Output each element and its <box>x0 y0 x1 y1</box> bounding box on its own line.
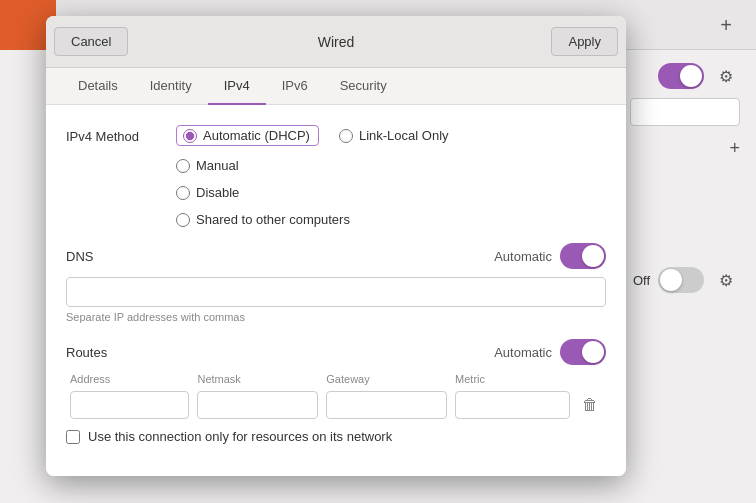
bg-add-second-button[interactable]: + <box>729 138 740 159</box>
tab-details[interactable]: Details <box>62 68 134 105</box>
routes-automatic-toggle[interactable] <box>560 339 606 365</box>
netmask-input[interactable] <box>197 391 318 419</box>
dns-section: DNS Automatic Separate IP addresses with… <box>66 243 606 323</box>
dialog-header: Cancel Wired Apply <box>46 16 626 68</box>
apply-button[interactable]: Apply <box>551 27 618 56</box>
bg-empty-field <box>630 98 740 126</box>
radio-disable[interactable]: Disable <box>176 185 239 200</box>
bg-off-toggle[interactable] <box>658 267 704 293</box>
tab-ipv4[interactable]: IPv4 <box>208 68 266 105</box>
tab-ipv6[interactable]: IPv6 <box>266 68 324 105</box>
dns-hint: Separate IP addresses with commas <box>66 311 606 323</box>
dns-input[interactable] <box>66 277 606 307</box>
connection-only-row[interactable]: Use this connection only for resources o… <box>66 429 606 444</box>
routes-automatic-label: Automatic <box>494 345 552 360</box>
gateway-input[interactable] <box>326 391 447 419</box>
radio-manual-label: Manual <box>196 158 239 173</box>
metric-input[interactable] <box>455 391 570 419</box>
radio-automatic-input[interactable] <box>183 129 197 143</box>
col-metric: Metric <box>451 373 574 389</box>
delete-icon: 🗑 <box>582 396 598 414</box>
col-netmask: Netmask <box>193 373 322 389</box>
cancel-button[interactable]: Cancel <box>54 27 128 56</box>
bg-wired-toggle[interactable] <box>658 63 704 89</box>
bg-off-controls: Off ⚙ <box>633 266 740 294</box>
bg-wired-controls: ⚙ <box>658 62 740 90</box>
radio-automatic-label: Automatic (DHCP) <box>203 128 310 143</box>
address-input[interactable] <box>70 391 189 419</box>
col-gateway: Gateway <box>322 373 451 389</box>
bg-off-gear-button[interactable]: ⚙ <box>712 266 740 294</box>
bg-add-button[interactable]: + <box>712 11 740 39</box>
dialog-body: IPv4 Method Automatic (DHCP) Link-Local … <box>46 105 626 476</box>
routes-table: Address Netmask Gateway Metric <box>66 373 606 421</box>
routes-right-controls: Automatic <box>494 339 606 365</box>
dialog-tabs: Details Identity IPv4 IPv6 Security <box>46 68 626 105</box>
radio-link-local-label: Link-Local Only <box>359 128 449 143</box>
ipv4-method-label: IPv4 Method <box>66 125 176 144</box>
col-address: Address <box>66 373 193 389</box>
routes-section: Routes Automatic Address Netmask Gateway… <box>66 339 606 444</box>
tab-identity[interactable]: Identity <box>134 68 208 105</box>
ipv4-method-section: IPv4 Method Automatic (DHCP) Link-Local … <box>66 125 606 227</box>
toggle-knob <box>680 65 702 87</box>
wired-dialog: Cancel Wired Apply Details Identity IPv4… <box>46 16 626 476</box>
dns-automatic-label: Automatic <box>494 249 552 264</box>
radio-link-local-input[interactable] <box>339 129 353 143</box>
ipv4-method-options: Automatic (DHCP) Link-Local Only Manual … <box>176 125 606 227</box>
routes-toggle-knob <box>582 341 604 363</box>
radio-link-local[interactable]: Link-Local Only <box>339 125 449 146</box>
connection-only-checkbox[interactable] <box>66 430 80 444</box>
bg-off-label: Off <box>633 273 650 288</box>
radio-shared-input[interactable] <box>176 213 190 227</box>
radio-manual-input[interactable] <box>176 159 190 173</box>
dialog-title: Wired <box>318 34 355 50</box>
radio-manual[interactable]: Manual <box>176 158 606 173</box>
radio-automatic[interactable]: Automatic (DHCP) <box>176 125 319 146</box>
routes-label: Routes <box>66 345 107 360</box>
connection-only-label: Use this connection only for resources o… <box>88 429 392 444</box>
dns-header-row: DNS Automatic <box>66 243 606 269</box>
dns-automatic-toggle[interactable] <box>560 243 606 269</box>
plus-icon: + <box>720 14 732 37</box>
radio-disable-input[interactable] <box>176 186 190 200</box>
radio-shared-label: Shared to other computers <box>196 212 350 227</box>
radio-shared[interactable]: Shared to other computers <box>176 212 606 227</box>
tab-security[interactable]: Security <box>324 68 403 105</box>
delete-route-button[interactable]: 🗑 <box>578 393 602 417</box>
bg-wired-gear-button[interactable]: ⚙ <box>712 62 740 90</box>
dns-label: DNS <box>66 249 93 264</box>
toggle-knob-off <box>660 269 682 291</box>
radio-disable-label: Disable <box>196 185 239 200</box>
dns-right-controls: Automatic <box>494 243 606 269</box>
dns-toggle-knob <box>582 245 604 267</box>
routes-header-row: Routes Automatic <box>66 339 606 365</box>
table-row: 🗑 <box>66 389 606 421</box>
